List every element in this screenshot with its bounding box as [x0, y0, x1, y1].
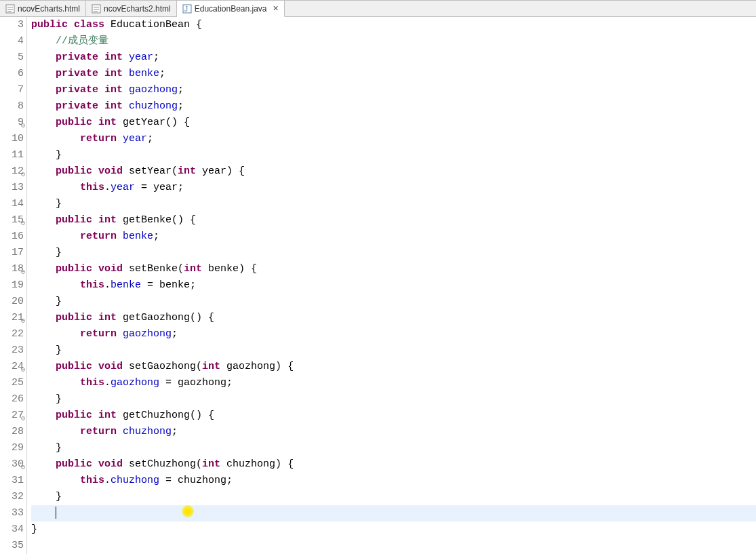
token-kw: public	[56, 214, 92, 226]
code-line[interactable]: private int chuzhong;	[31, 98, 756, 115]
code-line[interactable]: this.year = year;	[31, 180, 756, 196]
code-line[interactable]: public class EducationBean {	[31, 17, 756, 33]
token-kw: void	[98, 361, 123, 372]
code-line[interactable]: }	[31, 196, 756, 212]
token-id: setChuzhong(	[123, 458, 202, 470]
token-id: EducationBean {	[104, 19, 202, 31]
token-kw: public	[56, 361, 92, 372]
token-kw: int	[202, 361, 220, 372]
code-line[interactable]: public void setChuzhong(int chuzhong) {	[31, 456, 756, 473]
token-id	[31, 35, 56, 47]
code-line[interactable]: }	[31, 391, 756, 408]
tab-label: ncovEcharts2.html	[104, 4, 171, 14]
code-line[interactable]: return benke;	[31, 229, 756, 245]
close-icon[interactable]: ✕	[273, 4, 279, 13]
line-number: 27⊖	[0, 408, 24, 424]
token-fld: gaozhong	[123, 328, 172, 340]
token-id: ;	[172, 328, 178, 340]
token-id	[123, 84, 129, 96]
code-line[interactable]	[31, 538, 756, 554]
line-number: 18⊖	[0, 261, 24, 277]
line-number-gutter: 3456789⊖101112⊖131415⊖161718⊖192021⊖2223…	[0, 17, 27, 554]
code-line[interactable]: }	[31, 521, 756, 538]
token-id: ;	[178, 84, 184, 96]
line-number: 12⊖	[0, 163, 24, 180]
token-id: }	[31, 149, 62, 161]
token-kw: int	[202, 458, 220, 470]
token-id	[31, 263, 56, 275]
token-kw: this	[80, 475, 104, 486]
code-line[interactable]: private int benke;	[31, 66, 756, 82]
code-line[interactable]: private int gaozhong;	[31, 82, 756, 98]
token-kw: public	[56, 410, 92, 421]
code-line[interactable]: }	[31, 342, 756, 359]
token-id: }	[31, 491, 62, 502]
code-line[interactable]: this.benke = benke;	[31, 277, 756, 294]
token-id: = gaozhong;	[159, 377, 233, 389]
code-line[interactable]	[31, 505, 756, 521]
code-line[interactable]: public int getGaozhong() {	[31, 310, 756, 326]
token-id	[31, 231, 80, 242]
line-number: 33	[0, 505, 24, 521]
line-number: 7	[0, 82, 24, 98]
code-line[interactable]: this.chuzhong = chuzhong;	[31, 473, 756, 489]
code-line[interactable]: return year;	[31, 131, 756, 147]
code-line[interactable]: }	[31, 245, 756, 261]
token-id	[31, 377, 80, 389]
token-id: }	[31, 442, 62, 454]
code-line[interactable]: return gaozhong;	[31, 326, 756, 342]
token-id: chuzhong) {	[220, 458, 294, 470]
token-id	[98, 100, 104, 112]
line-number: 31	[0, 473, 24, 489]
code-line[interactable]: public void setGaozhong(int gaozhong) {	[31, 359, 756, 375]
code-line[interactable]: public void setYear(int year) {	[31, 163, 756, 180]
code-line[interactable]: return chuzhong;	[31, 424, 756, 440]
code-line[interactable]: }	[31, 294, 756, 310]
token-kw: int	[98, 214, 117, 226]
token-id: }	[31, 344, 62, 356]
token-id	[31, 475, 80, 486]
token-id	[92, 458, 98, 470]
code-line[interactable]: private int year;	[31, 50, 756, 66]
token-kw: int	[98, 410, 117, 421]
token-id: .	[104, 475, 111, 486]
code-area[interactable]: public class EducationBean { //成员变量 priv…	[27, 17, 756, 554]
svg-rect-6	[94, 9, 99, 9]
code-line[interactable]: public int getChuzhong() {	[31, 408, 756, 424]
token-id: }	[31, 247, 62, 258]
token-id	[92, 312, 98, 323]
token-id: ;	[178, 100, 184, 112]
code-line[interactable]: }	[31, 489, 756, 505]
tab-educationbean-java[interactable]: JEducationBean.java✕	[177, 1, 285, 17]
line-number: 29	[0, 440, 24, 456]
token-id	[31, 165, 56, 177]
line-number: 26	[0, 391, 24, 408]
token-kw: int	[98, 117, 117, 128]
token-id	[98, 84, 104, 96]
token-id: getGaozhong() {	[117, 312, 214, 323]
code-line[interactable]: this.gaozhong = gaozhong;	[31, 375, 756, 391]
line-number: 19	[0, 277, 24, 294]
tab-ncovecharts-html[interactable]: ncovEcharts.html	[0, 1, 86, 16]
token-id	[31, 117, 56, 128]
code-line[interactable]: //成员变量	[31, 33, 756, 50]
line-number: 25	[0, 375, 24, 391]
code-line[interactable]: public int getYear() {	[31, 115, 756, 131]
line-number: 28	[0, 424, 24, 440]
token-fld: gaozhong	[111, 377, 159, 389]
code-line[interactable]: public int getBenke() {	[31, 212, 756, 229]
token-id: gaozhong) {	[220, 361, 294, 372]
token-kw: int	[184, 263, 202, 275]
token-id: }	[31, 523, 37, 535]
token-kw: public	[56, 312, 92, 323]
line-number: 15⊖	[0, 212, 24, 229]
token-fld: benke	[129, 68, 159, 79]
code-line[interactable]: }	[31, 147, 756, 163]
token-kw: private	[56, 84, 98, 96]
token-id	[92, 410, 98, 421]
line-number: 6	[0, 66, 24, 82]
tab-ncovecharts2-html[interactable]: ncovEcharts2.html	[86, 1, 177, 16]
code-line[interactable]: }	[31, 440, 756, 456]
code-line[interactable]: public void setBenke(int benke) {	[31, 261, 756, 277]
token-fld: benke	[123, 231, 153, 242]
